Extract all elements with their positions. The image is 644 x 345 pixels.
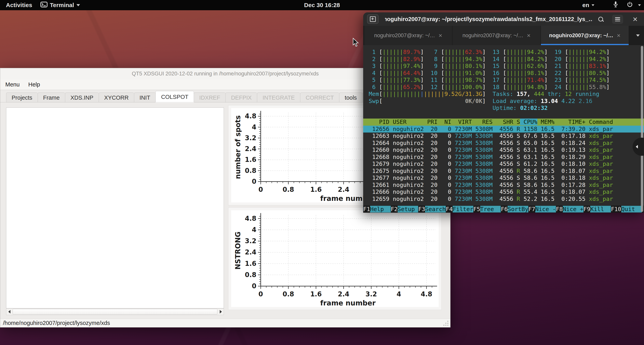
svg-text:0: 0	[258, 186, 263, 193]
new-tab-button[interactable]	[367, 14, 378, 24]
new-tab-icon	[370, 16, 376, 22]
xds-tab-xycorr[interactable]: XYCORR	[99, 92, 134, 102]
terminal-app-icon	[40, 1, 48, 9]
desktop: Activities Terminal Dec 30 16:28 en	[0, 0, 644, 345]
resize-grip[interactable]	[442, 320, 448, 326]
svg-text:NSTRONG: NSTRONG	[234, 232, 242, 270]
svg-text:4: 4	[252, 226, 256, 234]
scroll-right-button[interactable]	[218, 309, 224, 315]
working-directory-label: /home/noguhiro2007/project/lysozyme/xds	[3, 320, 110, 326]
svg-text:4.8: 4.8	[245, 112, 256, 120]
terminal-screen[interactable]: 1 [||||||89.7%] 7 [||||||62.3%] 13 [||||…	[363, 45, 644, 213]
svg-text:2.4: 2.4	[338, 290, 349, 298]
nstrong-chart: 00.81.62.43.244.800.81.62.43.244.8frame …	[228, 207, 442, 310]
svg-text:1.6: 1.6	[310, 186, 322, 193]
svg-text:number of spots: number of spots	[234, 115, 242, 179]
terminal-tab-label: noguhiro2007@xray: ~/…	[374, 32, 435, 38]
mouse-cursor	[352, 38, 362, 48]
microphone-indicator[interactable]	[612, 0, 619, 10]
terminal-window: noguhiro2007@xray: ~/project/lysozyme/ra…	[363, 12, 644, 213]
svg-text:frame number: frame number	[320, 299, 376, 307]
gnome-top-bar: Activities Terminal Dec 30 16:28 en	[0, 0, 644, 10]
svg-text:0.8: 0.8	[245, 167, 256, 174]
search-button[interactable]	[595, 15, 606, 24]
activities-label: Activities	[6, 2, 32, 8]
arrow-right-icon	[220, 310, 222, 314]
app-menu-button[interactable]: Terminal	[40, 0, 80, 10]
scroll-left-button[interactable]	[6, 309, 12, 315]
terminal-window-title: noguhiro2007@xray: ~/project/lysozyme/ra…	[385, 16, 593, 22]
close-icon: ×	[633, 15, 638, 23]
xds-tab-frame[interactable]: Frame	[38, 92, 65, 102]
terminal-tab-label: noguhiro2007@xray: ~/…	[462, 32, 524, 38]
xds-tab-projects[interactable]: Projects	[6, 92, 38, 102]
system-menu-chevron[interactable]	[638, 0, 641, 10]
close-tab-icon[interactable]: ×	[617, 32, 620, 39]
keyboard-layout-label: en	[582, 2, 589, 8]
htop-function-key-bar[interactable]: F1Help F2Setup F3SearchF4FilterF5Tree F6…	[363, 206, 644, 213]
xds-tab-integrate: INTEGRATE	[257, 92, 300, 102]
scrollbar-thumb[interactable]	[12, 309, 217, 315]
arrow-left-icon	[636, 145, 638, 148]
xds-tab-init[interactable]: INIT	[134, 92, 156, 102]
xds-tab-xds-inp[interactable]: XDS.INP	[65, 92, 99, 102]
svg-text:4.8: 4.8	[245, 215, 256, 222]
power-icon	[627, 1, 633, 9]
clock-button[interactable]: Dec 30 16:28	[304, 0, 340, 10]
search-icon	[598, 17, 604, 22]
xds-tab-defpix: DEFPIX	[226, 92, 257, 102]
window-menu-button[interactable]	[612, 15, 623, 24]
svg-text:2.4: 2.4	[245, 145, 256, 153]
svg-text:3.2: 3.2	[245, 134, 256, 142]
svg-text:0.8: 0.8	[282, 290, 294, 298]
svg-text:0.8: 0.8	[282, 186, 294, 193]
xdsgui-window-title: QT5 XDSGUI 2020-12-02 running in /home/n…	[132, 71, 319, 77]
chevron-down-icon	[592, 4, 594, 6]
close-tab-icon[interactable]: ×	[439, 32, 442, 39]
close-window-button[interactable]: ×	[630, 15, 641, 24]
chevron-down-icon	[636, 34, 640, 37]
chevron-down-icon	[638, 4, 641, 6]
terminal-tab-label: noguhiro2007@xray: ~/…	[549, 32, 613, 38]
menu-item-menu[interactable]: Menu	[5, 81, 20, 88]
svg-text:4: 4	[252, 123, 256, 131]
htop-output: 1 [||||||89.7%] 7 [||||||62.3%] 13 [||||…	[363, 49, 644, 202]
colspot-text-panel[interactable]	[6, 107, 224, 308]
app-menu-label: Terminal	[50, 2, 74, 8]
xdsgui-statusbar: /home/noguhiro2007/project/lysozyme/xds	[0, 319, 450, 327]
svg-text:2.4: 2.4	[338, 186, 349, 193]
terminal-tab-1[interactable]: noguhiro2007@xray: ~/…×	[364, 26, 452, 45]
keyboard-layout-button[interactable]: en	[582, 0, 594, 10]
svg-text:1.6: 1.6	[310, 290, 322, 298]
close-tab-icon[interactable]: ×	[527, 32, 531, 39]
horizontal-scrollbar[interactable]	[6, 308, 224, 315]
svg-text:4: 4	[397, 290, 401, 298]
terminal-scrollbar[interactable]	[641, 46, 643, 212]
svg-text:3.2: 3.2	[245, 237, 256, 245]
svg-text:3.2: 3.2	[366, 290, 377, 298]
nstrong-chart-plot: 00.81.62.43.244.800.81.62.43.244.8frame …	[231, 210, 439, 307]
svg-text:1.6: 1.6	[245, 156, 256, 163]
svg-text:4.8: 4.8	[421, 290, 432, 298]
system-menu-button[interactable]	[627, 0, 633, 10]
microphone-icon	[612, 1, 619, 9]
terminal-tabbar: noguhiro2007@xray: ~/…×noguhiro2007@xray…	[363, 26, 644, 45]
svg-text:0: 0	[252, 282, 256, 290]
xds-tab-tools[interactable]: tools	[339, 92, 362, 102]
terminal-tab-3[interactable]: noguhiro2007@xray: ~/…×	[541, 26, 629, 45]
terminal-headerbar[interactable]: noguhiro2007@xray: ~/project/lysozyme/ra…	[363, 12, 644, 26]
tab-list-button[interactable]	[636, 26, 640, 45]
svg-text:0.8: 0.8	[245, 271, 256, 279]
xds-tab-idxref: IDXREF	[194, 92, 226, 102]
svg-text:2.4: 2.4	[245, 248, 256, 256]
svg-text:0: 0	[252, 178, 256, 185]
menu-item-help[interactable]: Help	[28, 81, 40, 88]
activities-button[interactable]: Activities	[6, 0, 32, 10]
chevron-down-icon	[76, 4, 80, 6]
xds-tab-correct: CORRECT	[300, 92, 339, 102]
terminal-tab-2[interactable]: noguhiro2007@xray: ~/…×	[453, 26, 540, 45]
arrow-left-icon	[8, 310, 10, 314]
svg-text:0: 0	[258, 290, 263, 298]
svg-text:1.6: 1.6	[245, 260, 256, 267]
xds-tab-colspot[interactable]: COLSPOT	[156, 91, 194, 102]
